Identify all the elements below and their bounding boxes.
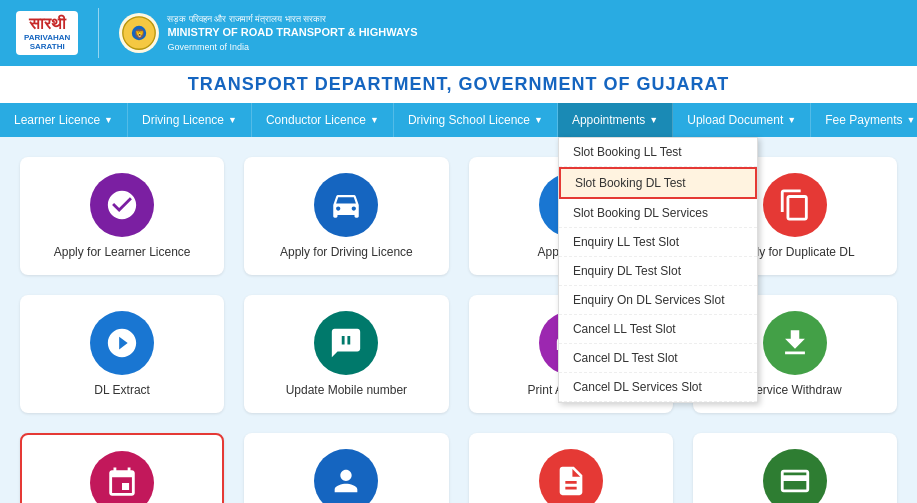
- title-bar: TRANSPORT DEPARTMENT, GOVERNMENT OF GUJA…: [0, 66, 917, 103]
- logo-en1: PARIVAHAN: [24, 33, 70, 42]
- logo-en2: SARATHI: [24, 42, 70, 51]
- card-label: DL Extract: [94, 383, 150, 397]
- cards-grid: Apply for Learner Licence Apply for Driv…: [20, 157, 897, 503]
- duplicate-dl-icon: [763, 173, 827, 237]
- dropdown-slot-dl-services[interactable]: Slot Booking DL Services: [559, 199, 757, 228]
- card-dl-extract[interactable]: DL Extract: [20, 295, 224, 413]
- chevron-down-icon: ▼: [787, 115, 796, 125]
- appointments-icon: [90, 451, 154, 503]
- card-label: Service Withdraw: [748, 383, 841, 397]
- card-update-mobile[interactable]: Update Mobile number: [244, 295, 448, 413]
- card-appointments[interactable]: Appointments: [20, 433, 224, 503]
- chevron-down-icon: ▼: [649, 115, 658, 125]
- service-withdraw-icon: [763, 311, 827, 375]
- nav-fee-payments[interactable]: Fee Payments ▼: [811, 103, 917, 137]
- main-content: Apply for Learner Licence Apply for Driv…: [0, 137, 917, 503]
- nav-conductor-licence[interactable]: Conductor Licence ▼: [252, 103, 394, 137]
- appointments-dropdown: Slot Booking LL Test Slot Booking DL Tes…: [558, 137, 758, 403]
- nav-driving-licence[interactable]: Driving Licence ▼: [128, 103, 252, 137]
- dl-search-icon: [314, 449, 378, 503]
- learner-licence-icon: [90, 173, 154, 237]
- card-check-payment-status[interactable]: Check Payment Status: [693, 433, 897, 503]
- card-apply-driving-licence[interactable]: Apply for Driving Licence: [244, 157, 448, 275]
- dropdown-enquiry-ll-slot[interactable]: Enquiry LL Test Slot: [559, 228, 757, 257]
- dropdown-slot-dl-test[interactable]: Slot Booking DL Test: [559, 167, 757, 199]
- nav-school-licence[interactable]: Driving School Licence ▼: [394, 103, 558, 137]
- card-apply-learner-licence[interactable]: Apply for Learner Licence: [20, 157, 224, 275]
- chevron-down-icon: ▼: [228, 115, 237, 125]
- card-application-status[interactable]: Application Status: [469, 433, 673, 503]
- nav-learner-licence[interactable]: Learner Licence ▼: [0, 103, 128, 137]
- dropdown-slot-ll-test[interactable]: Slot Booking LL Test: [559, 138, 757, 167]
- application-status-icon: [539, 449, 603, 503]
- page-title: TRANSPORT DEPARTMENT, GOVERNMENT OF GUJA…: [8, 74, 909, 95]
- dl-extract-icon: [90, 311, 154, 375]
- update-mobile-icon: [314, 311, 378, 375]
- header-divider: [98, 8, 99, 58]
- svg-text:🦁: 🦁: [134, 28, 146, 40]
- payment-status-icon: [763, 449, 827, 503]
- card-label: Apply for Learner Licence: [54, 245, 191, 259]
- dropdown-enquiry-dl-services-slot[interactable]: Enquiry On DL Services Slot: [559, 286, 757, 315]
- chevron-down-icon: ▼: [907, 115, 916, 125]
- chevron-down-icon: ▼: [104, 115, 113, 125]
- nav-upload-doc[interactable]: Upload Document ▼: [673, 103, 811, 137]
- driving-licence-icon: [314, 173, 378, 237]
- dropdown-cancel-ll-slot[interactable]: Cancel LL Test Slot: [559, 315, 757, 344]
- chevron-down-icon: ▼: [370, 115, 379, 125]
- card-label: Update Mobile number: [286, 383, 407, 397]
- nav-appointments[interactable]: Appointments ▼ Slot Booking LL Test Slot…: [558, 103, 673, 137]
- card-dl-search[interactable]: DL Search: [244, 433, 448, 503]
- logo-hindi: सारथी: [24, 15, 70, 33]
- sarathi-logo: सारथी PARIVAHAN SARATHI: [16, 11, 78, 55]
- dropdown-cancel-dl-slot[interactable]: Cancel DL Test Slot: [559, 344, 757, 373]
- ministry-logo: 🦁 सड़क परिवहन और राजमार्ग मंत्रालय भारत …: [119, 13, 417, 54]
- card-label: Apply for Driving Licence: [280, 245, 413, 259]
- ministry-text: सड़क परिवहन और राजमार्ग मंत्रालय भारत सर…: [167, 13, 417, 54]
- chevron-down-icon: ▼: [534, 115, 543, 125]
- dropdown-cancel-dl-services-slot[interactable]: Cancel DL Services Slot: [559, 373, 757, 402]
- navbar: Learner Licence ▼ Driving Licence ▼ Cond…: [0, 103, 917, 137]
- dropdown-enquiry-dl-slot[interactable]: Enquiry DL Test Slot: [559, 257, 757, 286]
- emblem-icon: 🦁: [119, 13, 159, 53]
- header: सारथी PARIVAHAN SARATHI 🦁 सड़क परिवहन और…: [0, 0, 917, 66]
